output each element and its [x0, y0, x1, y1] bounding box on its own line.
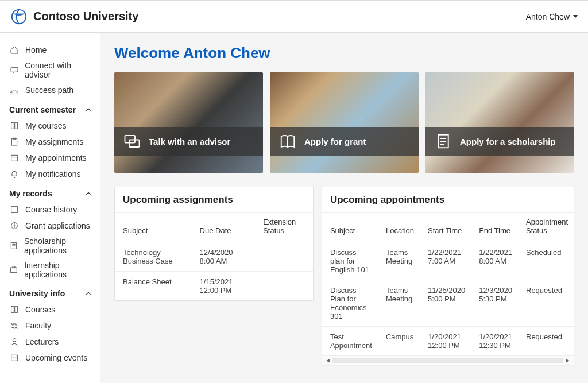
brand-name: Contoso University: [33, 10, 138, 23]
sidebar-item-grant-applications[interactable]: Grant applications: [9, 218, 96, 234]
svg-rect-14: [11, 307, 14, 313]
appt-start: 1/20/2021 12:00 PM: [420, 327, 471, 356]
hero-card-overlay: Apply for a scholarship: [425, 127, 574, 156]
table-header[interactable]: Appointment Status: [518, 213, 574, 242]
sidebar-item-course-history[interactable]: Course history: [9, 202, 96, 218]
hero-card-label: Apply for grant: [304, 137, 366, 146]
appt-subject: Test Appointment: [322, 327, 378, 356]
table-row[interactable]: Discuss Plan for Economics 301 Teams Mee…: [322, 280, 574, 327]
appt-location: Campus: [378, 327, 420, 356]
sidebar-item-success-path[interactable]: Success path: [9, 82, 96, 98]
sidebar-item-label: Course history: [25, 205, 77, 214]
horizontal-scrollbar[interactable]: ◄ ►: [322, 355, 574, 365]
table-header[interactable]: Due Date: [192, 213, 256, 242]
sidebar-item-my-notifications[interactable]: My notifications: [9, 166, 96, 182]
chat-icon: [9, 65, 19, 75]
table-header[interactable]: Start Time: [420, 213, 471, 242]
sidebar-item-scholarship-applications[interactable]: Scholarship applications: [9, 234, 96, 258]
sidebar-item-label: My appointments: [25, 153, 87, 163]
sidebar-item-courses[interactable]: Courses: [9, 301, 96, 318]
svg-rect-1: [11, 67, 18, 72]
sidebar-section-university-info[interactable]: University info: [9, 289, 96, 298]
history-icon: [9, 204, 20, 215]
hero-card-image: [425, 72, 574, 173]
sidebar-item-my-appointments[interactable]: My appointments: [9, 150, 96, 166]
sidebar-item-my-courses[interactable]: My courses: [9, 118, 96, 134]
table-row[interactable]: Discuss plan for English 101 Teams Meeti…: [322, 242, 574, 280]
scroll-track[interactable]: [332, 358, 563, 363]
bell-icon: [9, 169, 20, 179]
top-bar: Contoso University Anton Chew: [0, 0, 588, 33]
appt-status: Scheduled: [518, 242, 574, 280]
globe-logo-icon: [10, 8, 28, 25]
home-icon: [9, 45, 20, 55]
sidebar-item-label: Connect with advisor: [25, 61, 96, 79]
sidebar-item-faculty[interactable]: Faculty: [9, 318, 96, 334]
sidebar-item-my-assignments[interactable]: My assignments: [9, 134, 96, 150]
svg-rect-4: [11, 123, 14, 129]
welcome-heading: Welcome Anton Chew: [114, 44, 574, 62]
appt-status: Requested: [518, 327, 574, 356]
sidebar-item-internship-applications[interactable]: Internship applications: [9, 258, 96, 282]
path-icon: [9, 85, 20, 95]
sidebar-item-lecturers[interactable]: Lecturers: [9, 334, 96, 350]
assignments-table: Subject Due Date Extension Status Techno…: [115, 212, 313, 300]
table-header[interactable]: Subject: [322, 213, 378, 242]
chevron-up-icon: [84, 106, 92, 114]
table-row[interactable]: Balance Sheet 1/15/2021 12:00 PM: [115, 272, 313, 301]
appt-subject: Discuss plan for English 101: [322, 242, 378, 280]
table-header[interactable]: Subject: [115, 213, 192, 242]
section-title: University info: [9, 289, 65, 298]
scroll-left-icon[interactable]: ◄: [324, 357, 331, 364]
chevron-up-icon: [84, 189, 92, 198]
scroll-right-icon[interactable]: ►: [564, 357, 571, 364]
table-header[interactable]: Location: [378, 213, 420, 242]
sidebar-item-label: Courses: [25, 305, 55, 314]
sidebar-item-label: My courses: [25, 121, 67, 130]
user-menu[interactable]: Anton Chew: [526, 12, 578, 21]
appointments-table: Subject Location Start Time End Time App…: [322, 212, 574, 355]
sidebar-section-current-semester[interactable]: Current semester: [9, 105, 96, 114]
sidebar-item-label: Lecturers: [25, 337, 59, 346]
hero-card-overlay: Talk with an advisor: [114, 127, 263, 156]
assignment-subject: Technology Business Case: [115, 242, 192, 272]
assignment-ext: [255, 242, 313, 272]
sidebar-item-home[interactable]: Home: [9, 42, 96, 58]
brand[interactable]: Contoso University: [10, 8, 138, 25]
book-icon: [9, 121, 20, 131]
lecturer-icon: [9, 336, 20, 347]
section-title: Current semester: [9, 105, 76, 114]
hero-card-apply-grant[interactable]: Apply for grant: [270, 72, 419, 173]
appt-end: 12/3/2020 5:30 PM: [471, 280, 518, 327]
table-header[interactable]: Extension Status: [255, 213, 313, 242]
appt-start: 1/22/2021 7:00 AM: [420, 242, 471, 280]
table-row[interactable]: Technology Business Case 12/4/2020 8:00 …: [115, 242, 313, 272]
appt-end: 1/20/2021 12:30 PM: [471, 327, 518, 356]
scholarship-icon: [9, 241, 18, 251]
calendar-icon: [9, 153, 20, 163]
sidebar-item-label: Upcoming events: [25, 353, 87, 362]
hero-card-apply-scholarship[interactable]: Apply for a scholarship: [425, 72, 574, 173]
clipboard-icon: [9, 137, 20, 147]
appointments-title: Upcoming appointments: [322, 187, 574, 212]
dashboard-panels: Upcoming assignments Subject Due Date Ex…: [114, 187, 574, 365]
section-title: My records: [9, 189, 52, 198]
faculty-icon: [9, 320, 20, 331]
assignments-title: Upcoming assignments: [115, 187, 313, 212]
sidebar-section-my-records[interactable]: My records: [9, 189, 96, 198]
hero-card-talk-advisor[interactable]: Talk with an advisor: [114, 72, 263, 173]
svg-point-16: [11, 323, 14, 325]
table-row[interactable]: Test Appointment Campus 1/20/2021 12:00 …: [322, 327, 574, 356]
sidebar-item-connect-advisor[interactable]: Connect with advisor: [9, 58, 96, 82]
chevron-up-icon: [84, 289, 92, 297]
sidebar-item-label: Internship applications: [24, 261, 96, 279]
svg-rect-8: [11, 155, 18, 161]
book-icon: [9, 304, 20, 315]
sidebar-item-label: Grant applications: [25, 221, 90, 230]
table-header[interactable]: End Time: [471, 213, 518, 242]
hero-card-label: Apply for a scholarship: [460, 137, 556, 146]
svg-rect-5: [15, 123, 18, 129]
sidebar-item-upcoming-events[interactable]: Upcoming events: [9, 350, 96, 366]
main-content: Welcome Anton Chew Talk with an advisor …: [100, 33, 588, 383]
appt-subject: Discuss Plan for Economics 301: [322, 280, 378, 327]
